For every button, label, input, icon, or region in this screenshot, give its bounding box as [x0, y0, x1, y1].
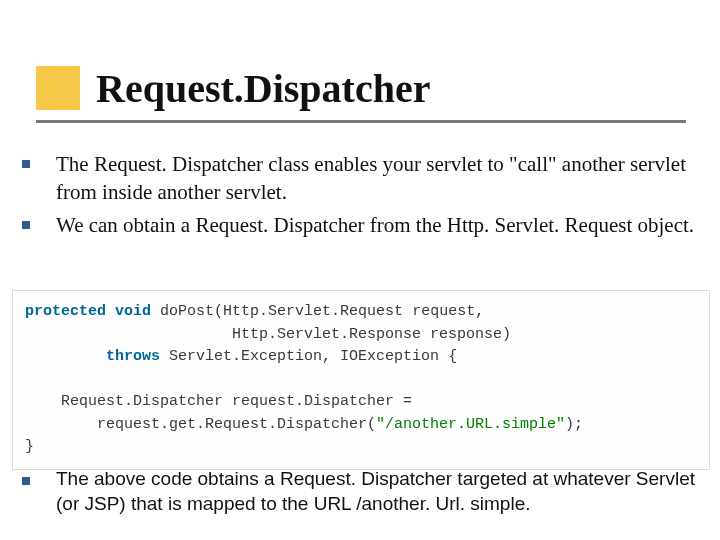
- call: request.get.Request.Dispatcher: [97, 416, 367, 433]
- list-item: The Request. Dispatcher class enables yo…: [18, 150, 698, 207]
- string-literal: "/another.URL.simple": [376, 416, 565, 433]
- param-type: Http.Servlet.Response: [232, 326, 421, 343]
- bullet-text: The Request. Dispatcher class enables yo…: [56, 150, 698, 207]
- accent-square: [36, 66, 80, 110]
- decl-name: request.Dispatcher: [232, 393, 394, 410]
- slide: Request.Dispatcher The Request. Dispatch…: [0, 0, 720, 540]
- slide-title: Request.Dispatcher: [96, 68, 430, 110]
- bullet-icon: [22, 477, 30, 485]
- bullet-list-top: The Request. Dispatcher class enables yo…: [18, 150, 698, 243]
- decl-type: Request.Dispatcher: [61, 393, 223, 410]
- list-item: The above code obtains a Request. Dispat…: [18, 467, 698, 516]
- list-item: We can obtain a Request. Dispatcher from…: [18, 211, 698, 239]
- kw-void: void: [115, 303, 151, 320]
- bullet-text: The above code obtains a Request. Dispat…: [56, 467, 698, 516]
- bullet-icon: [22, 160, 30, 168]
- kw-protected: protected: [25, 303, 106, 320]
- param-name: response: [430, 326, 502, 343]
- bullet-text: We can obtain a Request. Dispatcher from…: [56, 211, 698, 239]
- ex-type: Servlet.Exception: [169, 348, 322, 365]
- param-name: request: [412, 303, 475, 320]
- fn-name: doPost: [160, 303, 214, 320]
- param-type: Http.Servlet.Request: [223, 303, 403, 320]
- kw-throws: throws: [106, 348, 160, 365]
- bullet-list-bottom: The above code obtains a Request. Dispat…: [18, 467, 698, 520]
- ex-type: IOException: [340, 348, 439, 365]
- code-snippet: protected void doPost(Http.Servlet.Reque…: [12, 290, 710, 470]
- bullet-icon: [22, 221, 30, 229]
- title-underline: [36, 120, 686, 123]
